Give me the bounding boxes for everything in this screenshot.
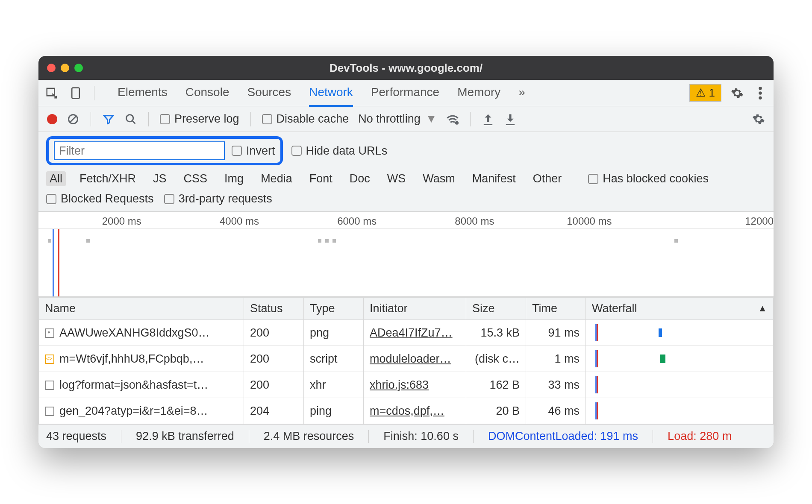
filter-type-wasm[interactable]: Wasm [419, 171, 459, 186]
inspect-icon[interactable] [44, 86, 59, 100]
file-doc-icon [45, 407, 54, 416]
col-waterfall[interactable]: Waterfall▲ [586, 298, 774, 320]
table-row[interactable]: log?format=json&hasfast=t…200xhrxhrio.js… [39, 372, 774, 398]
table-row[interactable]: m=Wt6vjf,hhhU8,FCpbqb,…200scriptmodulelo… [39, 346, 774, 372]
initiator-link[interactable]: m=cdos,dpf,… [370, 404, 444, 417]
col-time[interactable]: Time [526, 298, 586, 320]
status-bar: 43 requests 92.9 kB transferred 2.4 MB r… [38, 424, 774, 448]
status-load: Load: 280 m [668, 430, 732, 443]
kebab-menu-icon[interactable] [753, 86, 768, 100]
upload-har-icon[interactable] [482, 113, 494, 126]
file-js-icon [45, 355, 54, 364]
status-resources: 2.4 MB resources [264, 430, 354, 443]
tab-performance[interactable]: Performance [371, 79, 439, 107]
requests-table: Name Status Type Initiator Size Time Wat… [38, 297, 774, 424]
tab-network[interactable]: Network [309, 79, 353, 107]
titlebar: DevTools - www.google.com/ [38, 56, 774, 80]
col-type[interactable]: Type [304, 298, 364, 320]
filter-toggle-icon[interactable] [102, 113, 115, 126]
timeline-tick: 10000 ms [567, 215, 612, 227]
timeline-overview[interactable]: 2000 ms4000 ms6000 ms8000 ms10000 ms1200… [38, 212, 774, 297]
filter-type-all[interactable]: All [46, 171, 66, 186]
timeline-tick: 2000 ms [102, 215, 141, 227]
sort-asc-icon: ▲ [758, 303, 767, 314]
table-row[interactable]: AAWUweXANHG8IddxgS0…200pngADea4I7IfZu7…1… [39, 320, 774, 346]
col-name[interactable]: Name [39, 298, 244, 320]
tab-elements[interactable]: Elements [118, 79, 168, 107]
filter-type-img[interactable]: Img [221, 171, 247, 186]
tab-sources[interactable]: Sources [247, 79, 291, 107]
filter-type-media[interactable]: Media [257, 171, 296, 186]
waterfall-cell [592, 350, 767, 367]
filter-bar: Invert Hide data URLs AllFetch/XHRJSCSSI… [38, 132, 774, 212]
issues-count: 1 [709, 86, 715, 100]
status-finish: Finish: 10.60 s [383, 430, 459, 443]
search-icon[interactable] [124, 113, 137, 126]
record-button[interactable] [47, 114, 57, 124]
filter-type-other[interactable]: Other [530, 171, 565, 186]
invert-checkbox[interactable]: Invert [232, 144, 275, 158]
waterfall-cell [592, 402, 767, 419]
disable-cache-checkbox[interactable]: Disable cache [262, 112, 349, 126]
devtools-window: DevTools - www.google.com/ Elements Cons… [38, 56, 774, 448]
table-row[interactable]: gen_204?atyp=i&r=1&ei=8…204pingm=cdos,dp… [39, 398, 774, 424]
filter-type-ws[interactable]: WS [384, 171, 409, 186]
chevron-down-icon: ▼ [426, 112, 437, 126]
window-title: DevTools - www.google.com/ [38, 62, 774, 75]
issues-badge[interactable]: ⚠ 1 [689, 84, 721, 102]
status-requests: 43 requests [46, 430, 106, 443]
filter-type-js[interactable]: JS [150, 171, 170, 186]
file-img-icon [45, 328, 54, 338]
svg-point-2 [759, 87, 762, 90]
file-doc-icon [45, 381, 54, 390]
network-toolbar: Preserve log Disable cache No throttling… [38, 106, 774, 132]
col-size[interactable]: Size [466, 298, 526, 320]
svg-point-7 [456, 122, 458, 124]
tabs-more-icon[interactable]: » [518, 79, 525, 107]
initiator-link[interactable]: ADea4I7IfZu7… [370, 326, 453, 339]
panel-tabstrip: Elements Console Sources Network Perform… [38, 80, 774, 106]
svg-rect-1 [72, 88, 79, 98]
panel-tabs: Elements Console Sources Network Perform… [118, 79, 525, 107]
download-har-icon[interactable] [504, 113, 517, 126]
has-blocked-cookies-checkbox[interactable]: Has blocked cookies [588, 172, 709, 185]
filter-type-manifest[interactable]: Manifest [469, 171, 519, 186]
clear-icon[interactable] [67, 113, 79, 126]
warning-icon: ⚠ [696, 86, 706, 100]
tab-memory[interactable]: Memory [457, 79, 500, 107]
svg-point-3 [759, 91, 762, 95]
timeline-tick: 8000 ms [455, 215, 494, 227]
filter-type-css[interactable]: CSS [180, 171, 211, 186]
network-conditions-icon[interactable] [446, 113, 459, 126]
throttling-select[interactable]: No throttling ▼ [358, 112, 437, 126]
load-marker [58, 229, 59, 296]
blocked-requests-checkbox[interactable]: Blocked Requests [46, 192, 154, 205]
tab-console[interactable]: Console [185, 79, 229, 107]
filter-input[interactable] [54, 141, 225, 160]
svg-point-6 [127, 114, 133, 121]
filter-type-font[interactable]: Font [306, 171, 336, 186]
hide-data-urls-checkbox[interactable]: Hide data URLs [291, 144, 388, 158]
timeline-tick: 4000 ms [220, 215, 259, 227]
col-initiator[interactable]: Initiator [364, 298, 466, 320]
dcl-marker [53, 229, 54, 296]
third-party-checkbox[interactable]: 3rd-party requests [164, 192, 272, 205]
initiator-link[interactable]: xhrio.js:683 [370, 378, 429, 391]
timeline-tick: 6000 ms [337, 215, 377, 227]
initiator-link[interactable]: moduleloader… [370, 352, 451, 365]
settings-icon[interactable] [730, 86, 744, 100]
waterfall-cell [592, 324, 767, 341]
status-domcontentloaded: DOMContentLoaded: 191 ms [488, 430, 638, 443]
filter-type-fetchxhr[interactable]: Fetch/XHR [76, 171, 139, 186]
col-status[interactable]: Status [244, 298, 304, 320]
table-header-row: Name Status Type Initiator Size Time Wat… [39, 298, 774, 320]
filter-type-doc[interactable]: Doc [346, 171, 374, 186]
status-transferred: 92.9 kB transferred [136, 430, 234, 443]
preserve-log-checkbox[interactable]: Preserve log [160, 112, 239, 126]
network-settings-icon[interactable] [752, 113, 765, 126]
device-toggle-icon[interactable] [68, 86, 83, 100]
waterfall-cell [592, 376, 767, 393]
timeline-tick: 12000 [745, 215, 774, 227]
svg-point-4 [759, 96, 762, 100]
filter-highlight: Invert [46, 136, 283, 165]
